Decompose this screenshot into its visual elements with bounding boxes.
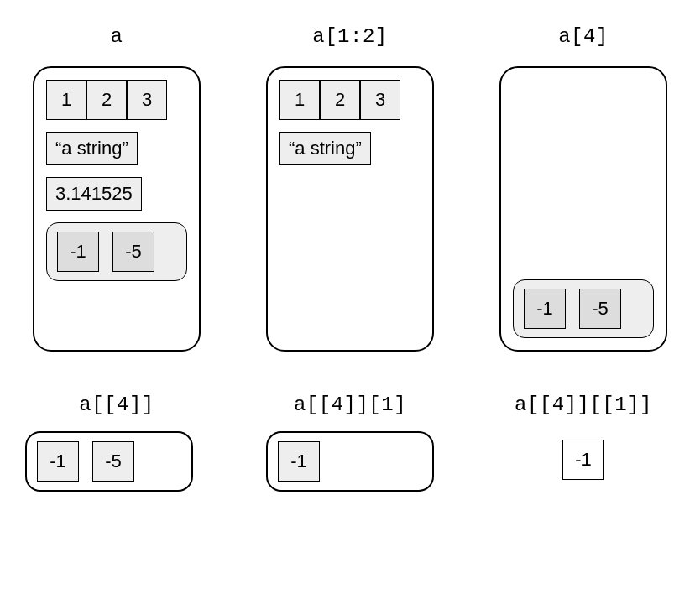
list-a-dd4: -1 -5 [25,431,193,492]
vector-slice: 1 2 3 [279,80,421,120]
numeric-element: 3.141525 [46,177,142,211]
panel-a-slice-1-2: a[1:2] 1 2 3 “a string” [259,25,441,352]
cell: -1 [278,441,320,482]
caption-a-dd4-dd1: a[[4]][[1]] [515,393,652,416]
list-a-slice: 1 2 3 “a string” [266,66,434,352]
inner-cell: -1 [524,289,566,329]
list-a-sub4: -1 -5 [499,66,667,352]
vector-a: 1 2 3 [46,80,187,120]
cell: -5 [92,441,134,482]
bare-cell-wrap: -1 [562,431,604,480]
panel-a-sub-4: a[4] -1 -5 [492,25,675,352]
caption-a: a [111,25,123,48]
caption-a-sub4: a[4] [558,25,609,48]
vec-cell: 3 [127,80,167,120]
panel-a-dd4-1: a[[4]][1] -1 [259,393,441,492]
diagram-grid: a 1 2 3 “a string” 3.141525 -1 -5 a[1:2]… [25,25,675,492]
bare-cell: -1 [562,440,604,480]
caption-a-dd4: a[[4]] [79,393,154,416]
vec-cell: 1 [46,80,86,120]
panel-a: a 1 2 3 “a string” 3.141525 -1 -5 [25,25,208,352]
vec-cell: 3 [360,80,400,120]
inner-cell: -1 [57,232,99,272]
inner-list-sub4: -1 -5 [513,279,654,338]
caption-a-slice: a[1:2] [312,25,387,48]
string-element: “a string” [279,132,371,165]
caption-a-dd4-1: a[[4]][1] [294,393,406,416]
inner-cell: -5 [579,289,621,329]
list-a: 1 2 3 “a string” 3.141525 -1 -5 [33,66,201,352]
panel-a-dd4-dd1: a[[4]][[1]] -1 [492,393,675,492]
vec-cell: 1 [279,80,320,120]
list-a-dd4-1: -1 [266,431,434,492]
string-element: “a string” [46,132,138,165]
inner-list-a: -1 -5 [46,222,187,281]
cell: -1 [37,441,79,482]
inner-cell: -5 [112,232,154,272]
vec-cell: 2 [86,80,127,120]
vec-cell: 2 [320,80,360,120]
panel-a-dd4: a[[4]] -1 -5 [25,393,208,492]
